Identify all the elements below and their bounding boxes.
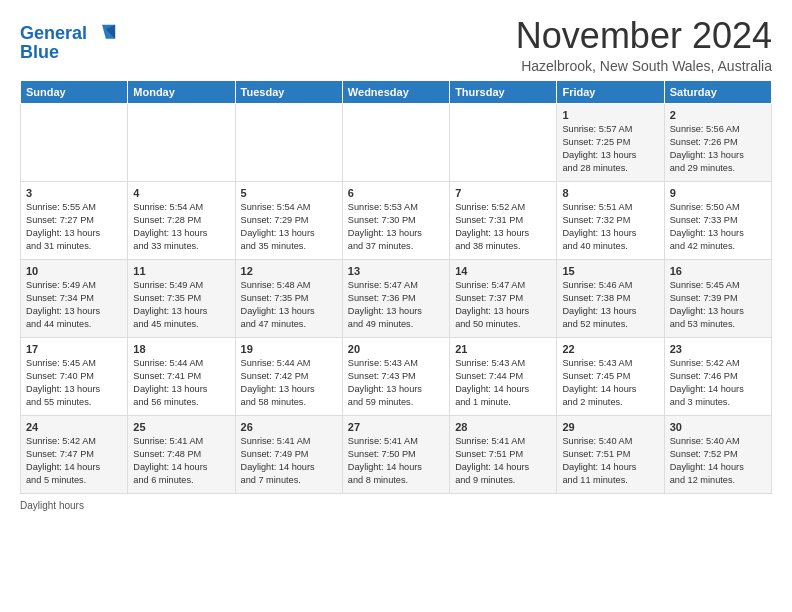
day-info: Sunrise: 5:44 AM Sunset: 7:41 PM Dayligh… [133, 358, 207, 406]
day-cell: 20Sunrise: 5:43 AM Sunset: 7:43 PM Dayli… [342, 337, 449, 415]
header-saturday: Saturday [664, 80, 771, 103]
day-info: Sunrise: 5:45 AM Sunset: 7:40 PM Dayligh… [26, 358, 100, 406]
day-cell: 16Sunrise: 5:45 AM Sunset: 7:39 PM Dayli… [664, 259, 771, 337]
day-cell: 21Sunrise: 5:43 AM Sunset: 7:44 PM Dayli… [450, 337, 557, 415]
day-cell: 3Sunrise: 5:55 AM Sunset: 7:27 PM Daylig… [21, 181, 128, 259]
day-number: 23 [670, 342, 766, 357]
day-cell: 1Sunrise: 5:57 AM Sunset: 7:25 PM Daylig… [557, 103, 664, 181]
day-number: 28 [455, 420, 551, 435]
day-cell: 17Sunrise: 5:45 AM Sunset: 7:40 PM Dayli… [21, 337, 128, 415]
day-number: 26 [241, 420, 337, 435]
week-row-5: 24Sunrise: 5:42 AM Sunset: 7:47 PM Dayli… [21, 415, 772, 493]
day-cell: 5Sunrise: 5:54 AM Sunset: 7:29 PM Daylig… [235, 181, 342, 259]
page: General Blue November 2024 Hazelbrook, N… [0, 0, 792, 521]
day-info: Sunrise: 5:41 AM Sunset: 7:49 PM Dayligh… [241, 436, 315, 484]
day-info: Sunrise: 5:55 AM Sunset: 7:27 PM Dayligh… [26, 202, 100, 250]
calendar-header-row: SundayMondayTuesdayWednesdayThursdayFrid… [21, 80, 772, 103]
day-cell: 2Sunrise: 5:56 AM Sunset: 7:26 PM Daylig… [664, 103, 771, 181]
day-info: Sunrise: 5:54 AM Sunset: 7:28 PM Dayligh… [133, 202, 207, 250]
day-info: Sunrise: 5:53 AM Sunset: 7:30 PM Dayligh… [348, 202, 422, 250]
location: Hazelbrook, New South Wales, Australia [516, 58, 772, 74]
day-number: 4 [133, 186, 229, 201]
day-number: 7 [455, 186, 551, 201]
footer: Daylight hours [20, 500, 772, 511]
day-number: 19 [241, 342, 337, 357]
day-info: Sunrise: 5:43 AM Sunset: 7:44 PM Dayligh… [455, 358, 529, 406]
day-number: 29 [562, 420, 658, 435]
day-number: 2 [670, 108, 766, 123]
day-info: Sunrise: 5:41 AM Sunset: 7:48 PM Dayligh… [133, 436, 207, 484]
day-info: Sunrise: 5:47 AM Sunset: 7:36 PM Dayligh… [348, 280, 422, 328]
day-number: 10 [26, 264, 122, 279]
day-number: 3 [26, 186, 122, 201]
header: General Blue November 2024 Hazelbrook, N… [20, 16, 772, 74]
day-info: Sunrise: 5:42 AM Sunset: 7:47 PM Dayligh… [26, 436, 100, 484]
logo-text: General [20, 24, 87, 44]
day-info: Sunrise: 5:50 AM Sunset: 7:33 PM Dayligh… [670, 202, 744, 250]
day-info: Sunrise: 5:47 AM Sunset: 7:37 PM Dayligh… [455, 280, 529, 328]
day-info: Sunrise: 5:43 AM Sunset: 7:43 PM Dayligh… [348, 358, 422, 406]
day-cell: 12Sunrise: 5:48 AM Sunset: 7:35 PM Dayli… [235, 259, 342, 337]
day-number: 1 [562, 108, 658, 123]
day-number: 30 [670, 420, 766, 435]
day-cell: 7Sunrise: 5:52 AM Sunset: 7:31 PM Daylig… [450, 181, 557, 259]
calendar-table: SundayMondayTuesdayWednesdayThursdayFrid… [20, 80, 772, 494]
day-info: Sunrise: 5:41 AM Sunset: 7:50 PM Dayligh… [348, 436, 422, 484]
day-number: 5 [241, 186, 337, 201]
header-sunday: Sunday [21, 80, 128, 103]
header-friday: Friday [557, 80, 664, 103]
day-number: 9 [670, 186, 766, 201]
day-cell: 14Sunrise: 5:47 AM Sunset: 7:37 PM Dayli… [450, 259, 557, 337]
day-cell [128, 103, 235, 181]
day-info: Sunrise: 5:57 AM Sunset: 7:25 PM Dayligh… [562, 124, 636, 172]
day-number: 14 [455, 264, 551, 279]
logo: General Blue [20, 20, 117, 63]
day-cell: 10Sunrise: 5:49 AM Sunset: 7:34 PM Dayli… [21, 259, 128, 337]
day-info: Sunrise: 5:52 AM Sunset: 7:31 PM Dayligh… [455, 202, 529, 250]
day-number: 24 [26, 420, 122, 435]
day-number: 25 [133, 420, 229, 435]
day-cell [342, 103, 449, 181]
day-cell: 24Sunrise: 5:42 AM Sunset: 7:47 PM Dayli… [21, 415, 128, 493]
day-cell: 6Sunrise: 5:53 AM Sunset: 7:30 PM Daylig… [342, 181, 449, 259]
day-cell: 15Sunrise: 5:46 AM Sunset: 7:38 PM Dayli… [557, 259, 664, 337]
day-cell: 27Sunrise: 5:41 AM Sunset: 7:50 PM Dayli… [342, 415, 449, 493]
day-cell: 18Sunrise: 5:44 AM Sunset: 7:41 PM Dayli… [128, 337, 235, 415]
day-cell: 29Sunrise: 5:40 AM Sunset: 7:51 PM Dayli… [557, 415, 664, 493]
week-row-4: 17Sunrise: 5:45 AM Sunset: 7:40 PM Dayli… [21, 337, 772, 415]
week-row-3: 10Sunrise: 5:49 AM Sunset: 7:34 PM Dayli… [21, 259, 772, 337]
day-number: 8 [562, 186, 658, 201]
week-row-1: 1Sunrise: 5:57 AM Sunset: 7:25 PM Daylig… [21, 103, 772, 181]
day-number: 12 [241, 264, 337, 279]
day-number: 11 [133, 264, 229, 279]
day-cell: 25Sunrise: 5:41 AM Sunset: 7:48 PM Dayli… [128, 415, 235, 493]
week-row-2: 3Sunrise: 5:55 AM Sunset: 7:27 PM Daylig… [21, 181, 772, 259]
day-number: 16 [670, 264, 766, 279]
logo-icon [89, 20, 117, 48]
day-cell [450, 103, 557, 181]
day-info: Sunrise: 5:44 AM Sunset: 7:42 PM Dayligh… [241, 358, 315, 406]
day-cell: 9Sunrise: 5:50 AM Sunset: 7:33 PM Daylig… [664, 181, 771, 259]
day-cell: 26Sunrise: 5:41 AM Sunset: 7:49 PM Dayli… [235, 415, 342, 493]
day-cell [235, 103, 342, 181]
day-info: Sunrise: 5:40 AM Sunset: 7:51 PM Dayligh… [562, 436, 636, 484]
day-info: Sunrise: 5:41 AM Sunset: 7:51 PM Dayligh… [455, 436, 529, 484]
title-block: November 2024 Hazelbrook, New South Wale… [516, 16, 772, 74]
day-cell: 30Sunrise: 5:40 AM Sunset: 7:52 PM Dayli… [664, 415, 771, 493]
month-title: November 2024 [516, 16, 772, 56]
day-number: 18 [133, 342, 229, 357]
day-info: Sunrise: 5:40 AM Sunset: 7:52 PM Dayligh… [670, 436, 744, 484]
day-cell: 23Sunrise: 5:42 AM Sunset: 7:46 PM Dayli… [664, 337, 771, 415]
day-cell: 13Sunrise: 5:47 AM Sunset: 7:36 PM Dayli… [342, 259, 449, 337]
day-number: 17 [26, 342, 122, 357]
header-tuesday: Tuesday [235, 80, 342, 103]
day-cell [21, 103, 128, 181]
day-number: 21 [455, 342, 551, 357]
day-info: Sunrise: 5:54 AM Sunset: 7:29 PM Dayligh… [241, 202, 315, 250]
day-info: Sunrise: 5:45 AM Sunset: 7:39 PM Dayligh… [670, 280, 744, 328]
day-cell: 8Sunrise: 5:51 AM Sunset: 7:32 PM Daylig… [557, 181, 664, 259]
day-info: Sunrise: 5:49 AM Sunset: 7:35 PM Dayligh… [133, 280, 207, 328]
header-thursday: Thursday [450, 80, 557, 103]
day-info: Sunrise: 5:49 AM Sunset: 7:34 PM Dayligh… [26, 280, 100, 328]
day-cell: 11Sunrise: 5:49 AM Sunset: 7:35 PM Dayli… [128, 259, 235, 337]
